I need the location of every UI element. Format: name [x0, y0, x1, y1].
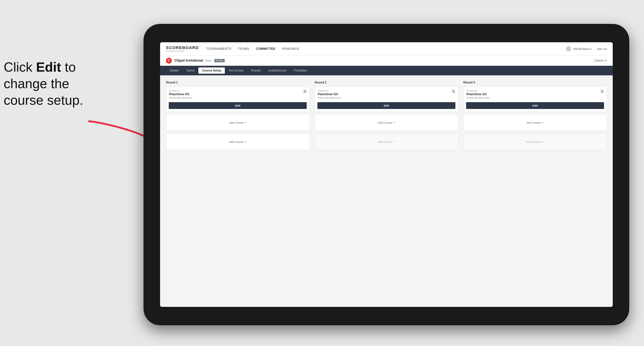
hosting-badge: Hosting	[214, 59, 225, 62]
tablet-frame: SCOREBOARD Powered by clippd TOURNAMENTS…	[144, 24, 629, 325]
plus-icon-r2-2: +	[394, 140, 395, 143]
nav-right: blair@clippd.io | Sign out	[566, 46, 607, 51]
course-details-r2: Yellow (M) (6629 yds)	[318, 96, 455, 99]
round-2-column: Round 2 (Course A) Peachtree GC Yellow (…	[315, 81, 458, 153]
course-card-r2-header: (Course A) Peachtree GC Yellow (M) (6629…	[315, 87, 458, 101]
logo-title: SCOREBOARD	[166, 45, 199, 50]
tournament-gender: (Men)	[205, 59, 212, 62]
top-nav: SCOREBOARD Powered by clippd TOURNAMENTS…	[160, 42, 613, 55]
course-delete-r1[interactable]: 🗑	[303, 89, 307, 94]
trash-icon-r3: 🗑	[601, 90, 604, 93]
edit-button-r2[interactable]: Edit	[318, 102, 456, 109]
nav-divider: |	[594, 47, 594, 50]
add-course-r3-2: Add Course +	[463, 133, 607, 150]
tournament-logo: C	[166, 58, 172, 64]
course-label-r1: (Course A)	[169, 89, 306, 92]
instruction-text: Click Edit tochange thecourse setup.	[4, 59, 83, 108]
plus-icon-r1-1: +	[245, 121, 246, 124]
main-content: Round 1 (Course A) Peachtree GC Yellow (…	[160, 75, 613, 307]
course-card-r1: (Course A) Peachtree GC Yellow (M) (6629…	[166, 87, 310, 112]
trash-icon-r1: 🗑	[304, 90, 306, 93]
course-card-r1-header: (Course A) Peachtree GC Yellow (M) (6629…	[166, 87, 309, 101]
nav-avatar	[566, 46, 571, 51]
cancel-button[interactable]: Cancel ✕	[594, 59, 607, 62]
nav-user-email: blair@clippd.io	[573, 47, 592, 50]
plus-icon-r1-2: +	[245, 140, 246, 143]
round-1-column: Round 1 (Course A) Peachtree GC Yellow (…	[166, 81, 310, 153]
nav-links: TOURNAMENTS TEAMS COMMITTEE RANKINGS	[206, 47, 566, 51]
tab-leaderboards[interactable]: Leaderboards	[264, 67, 290, 74]
nav-link-tournaments[interactable]: TOURNAMENTS	[206, 47, 231, 51]
course-delete-r3[interactable]: 🗑	[600, 89, 604, 94]
tab-tee-groups[interactable]: Tee Groups	[225, 67, 248, 74]
add-course-r1-2[interactable]: Add Course +	[166, 133, 310, 150]
round-2-title: Round 2	[315, 81, 458, 84]
add-course-r1-2-label: Add Course +	[229, 140, 246, 143]
course-name-r3: Peachtree GC	[466, 92, 604, 96]
course-name-r1: Peachtree GC	[169, 92, 306, 96]
course-label-r3: (Course A)	[466, 89, 604, 92]
edit-bold: Edit	[36, 60, 61, 74]
add-course-r1-1[interactable]: Add Course +	[166, 114, 310, 131]
cancel-x-icon: ✕	[604, 59, 607, 62]
course-details-r1: Yellow (M) (6629 yds)	[169, 96, 306, 99]
round-1-title: Round 1	[166, 81, 310, 84]
course-card-r3: (Course A) Peachtree GC Yellow (M) (6629…	[463, 87, 607, 112]
add-course-r2-1-label: Add Course +	[378, 121, 395, 124]
course-delete-r2[interactable]: 🗑	[451, 89, 456, 94]
sub-bar-right: Cancel ✕	[594, 59, 607, 62]
course-details-r3: Yellow (M) (6629 yds)	[466, 96, 604, 99]
edit-button-r3[interactable]: Edit	[466, 102, 604, 109]
sub-bar: C Clippd Invitational (Men) Hosting Canc…	[160, 55, 613, 66]
tablet-screen: SCOREBOARD Powered by clippd TOURNAMENTS…	[160, 42, 613, 307]
tab-course-setup[interactable]: Course Setup	[198, 67, 225, 74]
add-course-r3-2-label: Add Course +	[526, 140, 544, 143]
add-course-r2-2: Add Course +	[315, 133, 458, 150]
add-course-r1-1-label: Add Course +	[229, 121, 246, 124]
logo-sub: Powered by clippd	[166, 50, 199, 52]
tournament-name: Clippd Invitational	[174, 59, 203, 62]
round-3-column: Round 3 (Course A) Peachtree GC Yellow (…	[463, 81, 607, 153]
rounds-grid: Round 1 (Course A) Peachtree GC Yellow (…	[166, 81, 607, 153]
course-name-r2: Peachtree GC	[318, 92, 455, 96]
course-card-r2: (Course A) Peachtree GC Yellow (M) (6629…	[315, 87, 458, 112]
tabs-bar: Details Teams Course Setup Tee Groups Re…	[160, 66, 613, 75]
course-label-r2: (Course A)	[318, 89, 455, 92]
tab-results[interactable]: Results	[248, 67, 264, 74]
nav-sign-out[interactable]: Sign out	[597, 47, 607, 50]
nav-link-committee[interactable]: COMMITTEE	[256, 47, 276, 51]
add-course-r2-1[interactable]: Add Course +	[315, 114, 458, 131]
add-course-r3-1-label: Add Course +	[526, 121, 544, 124]
course-card-r3-header: (Course A) Peachtree GC Yellow (M) (6629…	[464, 87, 607, 101]
add-course-r3-1[interactable]: Add Course +	[463, 114, 607, 131]
tab-teams[interactable]: Teams	[182, 67, 198, 74]
plus-icon-r3-1: +	[542, 121, 544, 124]
plus-icon-r3-2: +	[542, 140, 544, 143]
add-course-r2-2-label: Add Course +	[378, 140, 395, 143]
scoreboard-logo: SCOREBOARD Powered by clippd	[166, 45, 199, 52]
round-3-title: Round 3	[463, 81, 607, 84]
trash-icon-r2: 🗑	[452, 90, 455, 93]
tab-printables[interactable]: Printables	[290, 67, 310, 74]
edit-button-r1[interactable]: Edit	[169, 102, 307, 109]
nav-link-teams[interactable]: TEAMS	[238, 47, 249, 51]
nav-link-rankings[interactable]: RANKINGS	[282, 47, 299, 51]
tab-details[interactable]: Details	[166, 67, 182, 74]
plus-icon-r2-1: +	[394, 121, 395, 124]
